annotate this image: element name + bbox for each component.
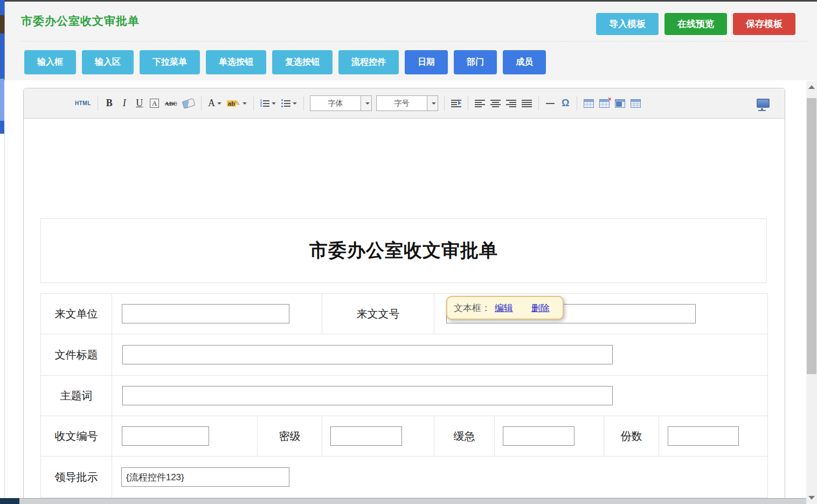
table-row: 文件标题 (41, 334, 768, 376)
horizontal-rule-button[interactable] (544, 96, 556, 111)
page-title: 市委办公室收文审批单 (21, 13, 140, 29)
editor-toolbar: HTML B I U A ABC A ab✎ 123 字体 (24, 88, 785, 119)
editor-content[interactable]: 市委办公室收文审批单 来文单位 来文文号 文件标题 主题词 (24, 119, 785, 503)
document-title-label: 文件标题 (41, 334, 112, 376)
align-left-button[interactable] (474, 96, 486, 111)
table-delete-icon (599, 99, 610, 108)
font-family-select[interactable]: 字体 (310, 95, 372, 111)
toolbar-separator (538, 96, 539, 111)
align-justify-button[interactable] (521, 96, 533, 111)
background-window-mark (0, 15, 4, 33)
dropdown-menu-button[interactable]: 下拉菜单 (140, 50, 200, 74)
save-template-button[interactable]: 保存模板 (733, 13, 795, 35)
subject-words-input[interactable] (122, 386, 613, 405)
indent-button[interactable] (450, 96, 462, 111)
chevron-down-icon (293, 102, 297, 105)
unordered-list-button[interactable] (280, 96, 298, 111)
chevron-down-icon (243, 102, 247, 105)
receipt-number-label: 收文编号 (41, 416, 112, 457)
rich-text-editor: HTML B I U A ABC A ab✎ 123 字体 (23, 88, 785, 504)
text-border-button[interactable]: A (149, 96, 161, 111)
font-color-button[interactable]: A (207, 96, 223, 111)
online-preview-button[interactable]: 在线预览 (664, 13, 727, 35)
insert-table-button[interactable] (583, 96, 595, 111)
bullet-list-icon (281, 99, 290, 107)
fullscreen-button[interactable] (756, 96, 771, 111)
align-center-icon (490, 100, 501, 107)
toolbar-separator (98, 96, 98, 111)
eraser-icon (182, 98, 195, 108)
flow-control-button[interactable]: 流程控件 (338, 50, 399, 74)
source-code-button[interactable]: HTML (74, 96, 92, 111)
input-box-button[interactable]: 输入框 (24, 50, 76, 74)
italic-button[interactable]: I (119, 96, 130, 111)
font-size-select[interactable]: 字号 (376, 95, 438, 111)
member-control-button[interactable]: 成员 (503, 50, 546, 74)
table-row: 来文单位 来文文号 (41, 294, 768, 334)
divider (20, 41, 808, 42)
checkbox-control-button[interactable]: 复选按钮 (272, 50, 333, 74)
incoming-doc-number-label: 来文文号 (322, 294, 434, 334)
chevron-down-icon (217, 102, 221, 105)
table-icon (584, 99, 594, 108)
table-select-icon (615, 99, 625, 108)
align-right-button[interactable] (505, 96, 517, 111)
table-row: 主题词 (41, 376, 768, 416)
screen: 市委办公室收文审批单 导入模板 在线预览 保存模板 输入框 输入区 下拉菜单 单… (0, 0, 817, 504)
toolbar-separator (201, 96, 202, 111)
scroll-down-icon[interactable] (808, 496, 815, 500)
input-area-button[interactable]: 输入区 (82, 50, 134, 74)
table-properties-button[interactable] (614, 96, 626, 111)
chevron-down-icon (272, 102, 276, 105)
radio-control-button[interactable]: 单选按钮 (206, 50, 266, 74)
table-cells-icon (631, 99, 641, 108)
indent-icon (451, 100, 461, 107)
urgency-label: 缓急 (434, 416, 495, 457)
window-bottom-edge (19, 498, 806, 504)
security-level-input[interactable] (330, 426, 402, 446)
underline-button[interactable]: U (134, 96, 146, 111)
leader-instructions-input[interactable] (121, 467, 289, 487)
remove-format-button[interactable] (182, 96, 196, 111)
special-character-button[interactable]: Ω (559, 96, 571, 111)
strikethrough-button[interactable]: ABC (164, 96, 178, 111)
scrollbar[interactable] (806, 81, 817, 504)
align-center-button[interactable] (489, 96, 502, 111)
scroll-thumb[interactable] (807, 98, 816, 374)
ordered-list-button[interactable]: 123 (259, 96, 277, 111)
background-window-mark (0, 79, 4, 121)
edit-link[interactable]: 编辑 (495, 302, 513, 314)
copies-label: 份数 (604, 416, 659, 457)
page-left-edge (4, 134, 5, 498)
incoming-unit-label: 来文单位 (41, 294, 112, 334)
import-template-button[interactable]: 导入模板 (596, 13, 659, 35)
delete-table-button[interactable] (598, 96, 611, 111)
chevron-down-icon (432, 102, 436, 105)
control-tooltip: 文本框： 编辑 删除 (446, 296, 564, 320)
table-row: 收文编号 密级 缓急 份数 (41, 416, 768, 457)
scroll-up-icon[interactable] (808, 85, 815, 89)
boxed-a-icon: A (150, 99, 159, 108)
toolbar-separator (468, 96, 468, 111)
incoming-unit-input[interactable] (122, 304, 289, 323)
copies-input[interactable] (668, 426, 739, 446)
align-left-icon (475, 100, 485, 107)
background-window-edge (0, 0, 4, 134)
delete-link[interactable]: 删除 (531, 302, 550, 314)
toolbar-separator (444, 96, 445, 111)
department-control-button[interactable]: 部门 (454, 50, 497, 74)
bold-button[interactable]: B (103, 96, 115, 111)
security-level-label: 密级 (258, 416, 322, 457)
ordered-list-icon: 123 (260, 99, 269, 107)
cell-properties-button[interactable] (629, 96, 642, 111)
align-right-icon (506, 100, 516, 107)
document-title-input[interactable] (122, 345, 613, 364)
urgency-input[interactable] (503, 426, 574, 446)
taskbar-fragment (0, 498, 19, 504)
highlight-color-button[interactable]: ab✎ (226, 96, 248, 111)
receipt-number-input[interactable] (122, 426, 209, 446)
toolbar-separator (303, 96, 304, 111)
align-justify-icon (522, 100, 532, 107)
toolbar-separator (253, 96, 254, 111)
date-control-button[interactable]: 日期 (405, 50, 448, 74)
